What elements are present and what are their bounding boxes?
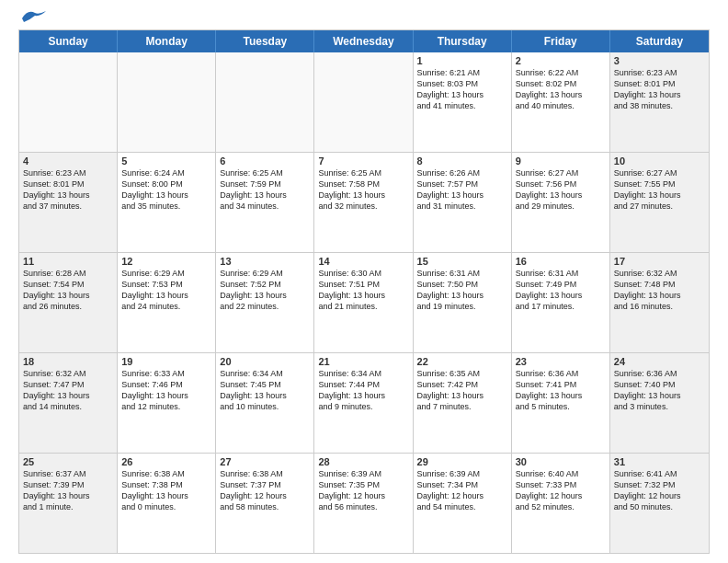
day-cell: 3Sunrise: 6:23 AM Sunset: 8:01 PM Daylig… (610, 52, 709, 152)
day-number: 24 (614, 356, 705, 367)
day-info: Sunrise: 6:40 AM Sunset: 7:33 PM Dayligh… (516, 468, 606, 513)
day-cell: 15Sunrise: 6:31 AM Sunset: 7:50 PM Dayli… (414, 253, 512, 352)
logo (18, 15, 46, 22)
day-number: 14 (318, 256, 408, 267)
day-info: Sunrise: 6:36 AM Sunset: 7:40 PM Dayligh… (614, 368, 705, 413)
day-info: Sunrise: 6:35 AM Sunset: 7:42 PM Dayligh… (417, 368, 507, 413)
day-number: 10 (614, 155, 705, 167)
day-number: 6 (220, 155, 310, 167)
day-info: Sunrise: 6:41 AM Sunset: 7:32 PM Dayligh… (614, 468, 705, 513)
day-info: Sunrise: 6:34 AM Sunset: 7:45 PM Dayligh… (220, 368, 310, 413)
day-info: Sunrise: 6:27 AM Sunset: 7:55 PM Dayligh… (614, 167, 705, 213)
day-info: Sunrise: 6:31 AM Sunset: 7:49 PM Dayligh… (516, 268, 606, 313)
day-info: Sunrise: 6:32 AM Sunset: 7:47 PM Dayligh… (23, 368, 113, 413)
day-cell (118, 52, 216, 152)
day-info: Sunrise: 6:29 AM Sunset: 7:52 PM Dayligh… (220, 268, 310, 313)
page: SundayMondayTuesdayWednesdayThursdayFrid… (0, 0, 728, 563)
day-info: Sunrise: 6:23 AM Sunset: 8:01 PM Dayligh… (614, 67, 705, 112)
day-number: 29 (417, 456, 507, 467)
day-number: 16 (516, 256, 606, 267)
day-number: 4 (23, 155, 113, 167)
day-cell: 23Sunrise: 6:36 AM Sunset: 7:41 PM Dayli… (512, 353, 610, 453)
day-info: Sunrise: 6:31 AM Sunset: 7:50 PM Dayligh… (417, 268, 507, 313)
day-header-tuesday: Tuesday (216, 30, 314, 52)
calendar: SundayMondayTuesdayWednesdayThursdayFrid… (18, 29, 710, 554)
day-info: Sunrise: 6:25 AM Sunset: 7:58 PM Dayligh… (318, 167, 408, 213)
week-row-4: 18Sunrise: 6:32 AM Sunset: 7:47 PM Dayli… (19, 353, 709, 454)
day-number: 2 (516, 55, 606, 66)
day-info: Sunrise: 6:22 AM Sunset: 8:02 PM Dayligh… (516, 67, 606, 112)
day-info: Sunrise: 6:29 AM Sunset: 7:53 PM Dayligh… (121, 268, 211, 313)
day-info: Sunrise: 6:38 AM Sunset: 7:38 PM Dayligh… (121, 468, 211, 513)
day-number: 5 (121, 155, 211, 167)
day-cell: 14Sunrise: 6:30 AM Sunset: 7:51 PM Dayli… (314, 253, 413, 352)
weeks-container: 1Sunrise: 6:21 AM Sunset: 8:03 PM Daylig… (19, 52, 709, 553)
day-cell: 30Sunrise: 6:40 AM Sunset: 7:33 PM Dayli… (512, 454, 610, 553)
day-number: 19 (121, 356, 211, 367)
day-header-sunday: Sunday (19, 30, 118, 52)
day-number: 12 (121, 256, 211, 267)
day-info: Sunrise: 6:39 AM Sunset: 7:34 PM Dayligh… (417, 468, 507, 513)
day-cell: 12Sunrise: 6:29 AM Sunset: 7:53 PM Dayli… (118, 253, 216, 352)
day-cell: 19Sunrise: 6:33 AM Sunset: 7:46 PM Dayli… (118, 353, 216, 453)
day-number: 22 (417, 356, 507, 367)
day-info: Sunrise: 6:24 AM Sunset: 8:00 PM Dayligh… (121, 167, 211, 213)
day-cell: 9Sunrise: 6:27 AM Sunset: 7:56 PM Daylig… (512, 153, 610, 252)
day-number: 18 (23, 356, 113, 367)
day-info: Sunrise: 6:28 AM Sunset: 7:54 PM Dayligh… (23, 268, 113, 313)
day-number: 30 (516, 456, 606, 467)
day-cell: 31Sunrise: 6:41 AM Sunset: 7:32 PM Dayli… (610, 454, 709, 553)
day-cell: 4Sunrise: 6:23 AM Sunset: 8:01 PM Daylig… (19, 153, 118, 252)
day-number: 21 (318, 356, 408, 367)
day-header-thursday: Thursday (414, 30, 512, 52)
day-info: Sunrise: 6:36 AM Sunset: 7:41 PM Dayligh… (516, 368, 606, 413)
day-number: 28 (318, 456, 408, 467)
day-cell: 5Sunrise: 6:24 AM Sunset: 8:00 PM Daylig… (118, 153, 216, 252)
week-row-3: 11Sunrise: 6:28 AM Sunset: 7:54 PM Dayli… (19, 253, 709, 353)
day-number: 8 (417, 155, 507, 167)
day-cell: 27Sunrise: 6:38 AM Sunset: 7:37 PM Dayli… (216, 454, 314, 553)
day-number: 3 (614, 55, 705, 66)
bird-icon (20, 7, 46, 24)
day-info: Sunrise: 6:33 AM Sunset: 7:46 PM Dayligh… (121, 368, 211, 413)
day-cell: 18Sunrise: 6:32 AM Sunset: 7:47 PM Dayli… (19, 353, 118, 453)
day-cell: 13Sunrise: 6:29 AM Sunset: 7:52 PM Dayli… (216, 253, 314, 352)
week-row-2: 4Sunrise: 6:23 AM Sunset: 8:01 PM Daylig… (19, 153, 709, 253)
header (18, 15, 710, 22)
day-number: 9 (516, 155, 606, 167)
day-number: 20 (220, 356, 310, 367)
day-cell: 2Sunrise: 6:22 AM Sunset: 8:02 PM Daylig… (512, 52, 610, 152)
day-header-monday: Monday (118, 30, 216, 52)
day-number: 1 (417, 55, 507, 66)
day-cell: 25Sunrise: 6:37 AM Sunset: 7:39 PM Dayli… (19, 454, 118, 553)
day-cell (314, 52, 413, 152)
day-cell: 1Sunrise: 6:21 AM Sunset: 8:03 PM Daylig… (414, 52, 512, 152)
day-info: Sunrise: 6:30 AM Sunset: 7:51 PM Dayligh… (318, 268, 408, 313)
day-cell (19, 52, 118, 152)
day-info: Sunrise: 6:21 AM Sunset: 8:03 PM Dayligh… (417, 67, 507, 112)
day-number: 27 (220, 456, 310, 467)
day-cell: 17Sunrise: 6:32 AM Sunset: 7:48 PM Dayli… (610, 253, 709, 352)
day-cell: 24Sunrise: 6:36 AM Sunset: 7:40 PM Dayli… (610, 353, 709, 453)
day-cell: 22Sunrise: 6:35 AM Sunset: 7:42 PM Dayli… (414, 353, 512, 453)
day-number: 26 (121, 456, 211, 467)
day-number: 17 (614, 256, 705, 267)
day-number: 13 (220, 256, 310, 267)
day-cell: 11Sunrise: 6:28 AM Sunset: 7:54 PM Dayli… (19, 253, 118, 352)
day-info: Sunrise: 6:37 AM Sunset: 7:39 PM Dayligh… (23, 468, 113, 513)
day-info: Sunrise: 6:25 AM Sunset: 7:59 PM Dayligh… (220, 167, 310, 213)
day-info: Sunrise: 6:38 AM Sunset: 7:37 PM Dayligh… (220, 468, 310, 513)
day-cell (216, 52, 314, 152)
day-header-friday: Friday (512, 30, 610, 52)
day-cell: 6Sunrise: 6:25 AM Sunset: 7:59 PM Daylig… (216, 153, 314, 252)
day-header-saturday: Saturday (610, 30, 709, 52)
day-cell: 26Sunrise: 6:38 AM Sunset: 7:38 PM Dayli… (118, 454, 216, 553)
day-number: 23 (516, 356, 606, 367)
day-header-wednesday: Wednesday (314, 30, 413, 52)
day-info: Sunrise: 6:26 AM Sunset: 7:57 PM Dayligh… (417, 167, 507, 213)
day-number: 31 (614, 456, 705, 467)
day-number: 15 (417, 256, 507, 267)
day-info: Sunrise: 6:27 AM Sunset: 7:56 PM Dayligh… (516, 167, 606, 213)
day-info: Sunrise: 6:39 AM Sunset: 7:35 PM Dayligh… (318, 468, 408, 513)
day-number: 11 (23, 256, 113, 267)
